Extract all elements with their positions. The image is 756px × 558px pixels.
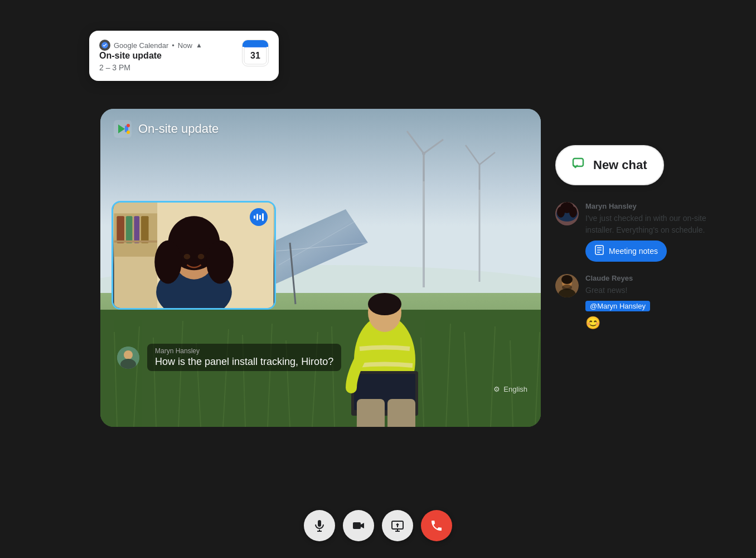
notification-content: Google Calendar • Now ▲ On-site update 2… <box>99 40 242 72</box>
mention-tag: @Maryn Hansley <box>585 301 650 311</box>
new-chat-button[interactable]: New chat <box>555 145 664 185</box>
notification-title: On-site update <box>99 51 242 61</box>
caption-message-text: How is the panel install tracking, Hirot… <box>155 356 333 368</box>
chat-text-1: I've just checked in with our on-site in… <box>585 213 723 236</box>
chat-message-2: Claude Reyes Great news! @Maryn Hansley … <box>555 274 723 330</box>
chevron-up-icon: ▲ <box>196 41 202 49</box>
language-label: English <box>503 385 527 393</box>
emoji-reaction: 😊 <box>585 316 723 330</box>
svg-point-104 <box>562 285 572 290</box>
meeting-notes-label: Meeting notes <box>609 247 658 256</box>
new-chat-icon <box>572 156 587 174</box>
notification-card: Google Calendar • Now ▲ On-site update 2… <box>89 31 279 81</box>
svg-text:31: 31 <box>250 51 260 60</box>
gcal-icon <box>99 40 110 51</box>
chat-panel: New chat Maryn Hansley I've just checked… <box>555 145 723 343</box>
caption-content: Maryn Hansley How is the panel install t… <box>147 344 341 371</box>
caption-bar: Maryn Hansley How is the panel install t… <box>100 344 541 371</box>
svg-rect-66 <box>117 216 124 243</box>
notification-source: Google Calendar <box>114 41 168 50</box>
notification-timerange: 2 – 3 PM <box>99 63 242 72</box>
svg-rect-85 <box>353 522 361 529</box>
svg-rect-89 <box>573 158 583 166</box>
notification-time: Now <box>178 41 192 50</box>
audio-indicator <box>250 208 268 226</box>
chat-message-1: Maryn Hansley I've just checked in with … <box>555 202 723 262</box>
svg-marker-86 <box>361 523 364 528</box>
svg-rect-55 <box>387 399 415 427</box>
caption-speaker-name: Maryn Hansley <box>155 347 333 355</box>
mic-button[interactable] <box>304 510 335 541</box>
wave-bar-4 <box>262 213 264 221</box>
svg-point-59 <box>127 124 130 127</box>
svg-point-60 <box>127 131 130 134</box>
gear-icon: ⚙ <box>493 385 500 393</box>
new-chat-label: New chat <box>593 158 647 172</box>
chat-content-1: Maryn Hansley I've just checked in with … <box>585 202 723 262</box>
svg-point-103 <box>561 275 573 284</box>
svg-rect-69 <box>141 216 149 243</box>
svg-rect-82 <box>318 520 321 527</box>
wave-bar-1 <box>254 215 255 219</box>
caption-speaker-avatar <box>117 347 139 369</box>
meeting-notes-icon <box>594 245 604 257</box>
calendar-badge: 31 <box>242 40 269 66</box>
wave-bar-3 <box>259 215 261 219</box>
avatar-claude <box>555 274 579 297</box>
svg-point-78 <box>154 240 181 284</box>
meet-header: On-site update <box>114 120 219 138</box>
language-indicator: ⚙ English <box>493 385 527 393</box>
svg-point-95 <box>569 206 577 218</box>
meeting-notes-chip[interactable]: Meeting notes <box>585 240 667 262</box>
camera-button[interactable] <box>343 510 374 541</box>
meet-title: On-site update <box>138 122 219 136</box>
svg-point-94 <box>557 206 565 218</box>
svg-rect-68 <box>134 216 139 243</box>
svg-point-80 <box>184 254 191 259</box>
chat-text-2: Great news! <box>585 285 723 296</box>
chat-sender-2: Claude Reyes <box>585 274 723 282</box>
controls-bar <box>304 510 452 541</box>
svg-rect-54 <box>357 399 385 427</box>
meet-logo <box>114 120 132 138</box>
notification-dot: • <box>172 41 175 50</box>
svg-rect-70 <box>114 240 158 243</box>
present-button[interactable] <box>382 510 413 541</box>
wave-bar-2 <box>256 214 258 220</box>
svg-point-79 <box>206 240 233 284</box>
svg-point-81 <box>198 254 205 259</box>
svg-point-62 <box>124 350 133 359</box>
end-call-button[interactable] <box>421 510 452 541</box>
svg-rect-67 <box>126 216 133 243</box>
svg-point-51 <box>368 293 401 315</box>
chat-sender-1: Maryn Hansley <box>585 202 723 210</box>
audio-waves <box>254 213 264 221</box>
self-view-pip <box>112 201 276 310</box>
chat-content-2: Claude Reyes Great news! @Maryn Hansley … <box>585 274 723 330</box>
avatar-maryn <box>555 202 579 225</box>
